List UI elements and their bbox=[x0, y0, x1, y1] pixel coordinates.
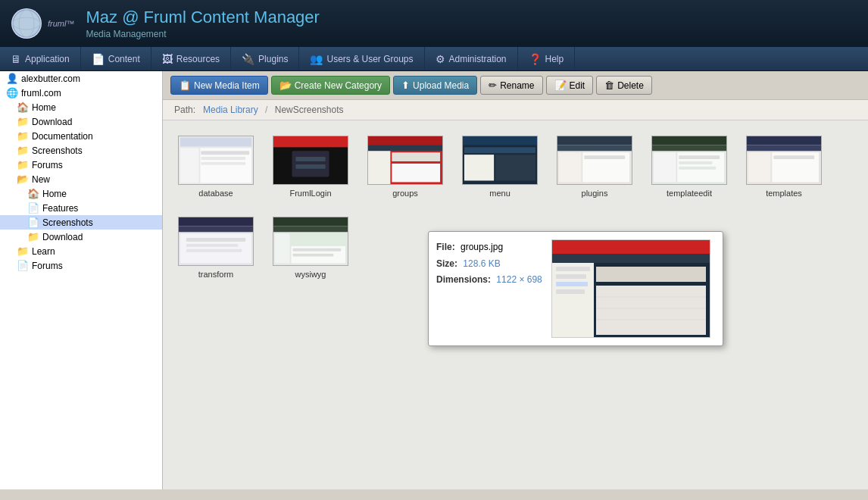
toolbar: 📋New Media Item📂Create New Category⬆Uplo… bbox=[163, 71, 868, 100]
nav-icon-resources: 🖼 bbox=[162, 53, 173, 65]
media-thumb-frumlogin bbox=[273, 136, 348, 185]
svg-rect-55 bbox=[273, 226, 348, 232]
media-item-database[interactable]: database bbox=[174, 132, 258, 202]
media-item-transform[interactable]: transform bbox=[174, 213, 258, 283]
media-item-groups[interactable]: groups bbox=[364, 132, 447, 202]
svg-rect-60 bbox=[292, 254, 333, 257]
svg-rect-48 bbox=[179, 226, 253, 232]
nav-item-users[interactable]: 👥Users & User Groups bbox=[299, 47, 424, 70]
logo-name: fruml™ bbox=[48, 19, 74, 28]
sidebar-item-documentation[interactable]: 📁Documentation bbox=[0, 129, 162, 143]
btn-edit[interactable]: 📝Edit bbox=[546, 76, 594, 95]
btn-new-media[interactable]: 📋New Media Item bbox=[170, 76, 268, 95]
sidebar-item-download[interactable]: 📁Download bbox=[0, 114, 162, 129]
sidebar-item-forums[interactable]: 📁Forums bbox=[0, 158, 162, 172]
btn-upload[interactable]: ⬆Upload Media bbox=[393, 76, 477, 95]
sidebar-item-fruml[interactable]: 🌐fruml.com bbox=[0, 86, 162, 100]
sidebar-item-new-screenshots[interactable]: 📄Screenshots bbox=[0, 215, 162, 230]
media-item-menu[interactable]: menu bbox=[458, 132, 542, 202]
svg-rect-42 bbox=[747, 145, 821, 151]
nav-label-application: Application bbox=[25, 54, 70, 64]
sidebar-item-new[interactable]: 📂New bbox=[0, 172, 162, 186]
sidebar-label-new-screenshots: Screenshots bbox=[42, 217, 93, 228]
header-title: Maz @ Fruml Content Manager Media Manage… bbox=[86, 8, 319, 39]
media-item-wysiwyg[interactable]: wysiwyg bbox=[269, 213, 352, 283]
nav-icon-content: 📄 bbox=[92, 53, 105, 65]
logo: fruml™ bbox=[11, 8, 74, 39]
sidebar-label-new-home: Home bbox=[42, 189, 67, 199]
sidebar: 👤alexbutter.com🌐fruml.com🏠Home📁Download📁… bbox=[0, 71, 163, 489]
svg-rect-66 bbox=[596, 286, 706, 335]
svg-rect-64 bbox=[552, 263, 594, 338]
sidebar-item-home[interactable]: 🏠Home bbox=[0, 100, 162, 114]
sidebar-icon-forums: 📁 bbox=[17, 159, 29, 170]
nav-label-administration: Administration bbox=[449, 54, 507, 64]
sidebar-item-screenshots[interactable]: 📁Screenshots bbox=[0, 143, 162, 158]
svg-rect-59 bbox=[292, 248, 341, 252]
title-at: @ bbox=[122, 8, 143, 27]
nav-label-content: Content bbox=[108, 54, 140, 64]
media-item-frumlogin[interactable]: FrumlLogin bbox=[269, 132, 352, 202]
sidebar-item-alexbutter[interactable]: 👤alexbutter.com bbox=[0, 71, 162, 86]
media-thumb-templates bbox=[746, 136, 822, 185]
svg-rect-17 bbox=[368, 145, 442, 151]
sidebar-item-forums2[interactable]: 📄Forums bbox=[0, 258, 162, 273]
sidebar-label-download: Download bbox=[32, 117, 72, 127]
media-item-plugins[interactable]: plugins bbox=[553, 132, 636, 202]
svg-rect-65 bbox=[596, 267, 706, 282]
sidebar-icon-alexbutter: 👤 bbox=[6, 73, 18, 84]
breadcrumb-prefix: Path: bbox=[174, 105, 195, 115]
sidebar-label-new: New bbox=[32, 174, 50, 185]
sidebar-icon-download: 📁 bbox=[17, 116, 29, 127]
btn-rename[interactable]: ✏Rename bbox=[480, 76, 542, 95]
sidebar-label-screenshots: Screenshots bbox=[32, 145, 83, 156]
breadcrumb-link-media-library[interactable]: Media Library bbox=[203, 105, 258, 115]
nav-item-resources[interactable]: 🖼Resources bbox=[151, 47, 231, 70]
svg-rect-45 bbox=[773, 155, 814, 159]
media-label-templates: templates bbox=[766, 189, 802, 198]
svg-rect-47 bbox=[179, 217, 253, 227]
media-thumb-wysiwyg bbox=[273, 217, 348, 266]
svg-rect-57 bbox=[292, 233, 346, 245]
svg-rect-12 bbox=[292, 151, 329, 177]
svg-rect-31 bbox=[584, 155, 625, 159]
nav-item-plugins[interactable]: 🔌Plugins bbox=[231, 47, 299, 70]
nav-item-administration[interactable]: ⚙Administration bbox=[425, 47, 518, 70]
sidebar-label-fruml: fruml.com bbox=[21, 88, 61, 98]
svg-rect-8 bbox=[201, 157, 245, 160]
nav-icon-administration: ⚙ bbox=[436, 53, 445, 65]
sidebar-item-new-home[interactable]: 🏠Home bbox=[0, 186, 162, 201]
btn-label-new-category: Create New Category bbox=[295, 80, 382, 91]
media-label-templateedit: templateedit bbox=[667, 189, 712, 198]
svg-rect-49 bbox=[180, 233, 251, 263]
svg-rect-7 bbox=[201, 151, 249, 155]
nav-label-help: Help bbox=[545, 54, 564, 64]
btn-label-new-media: New Media Item bbox=[194, 80, 260, 91]
media-item-templates[interactable]: templates bbox=[742, 132, 826, 202]
media-label-menu: menu bbox=[489, 189, 510, 198]
sidebar-icon-new-features: 📄 bbox=[27, 202, 39, 214]
btn-new-category[interactable]: 📂Create New Category bbox=[271, 76, 390, 95]
svg-rect-35 bbox=[654, 152, 676, 182]
sidebar-item-new-download[interactable]: 📁Download bbox=[0, 230, 162, 244]
svg-point-0 bbox=[13, 10, 40, 37]
sidebar-item-new-features[interactable]: 📄Features bbox=[0, 201, 162, 215]
nav-item-application[interactable]: 🖥Application bbox=[0, 47, 81, 70]
svg-rect-73 bbox=[556, 289, 585, 294]
file-value: groups.jpg bbox=[461, 242, 503, 252]
svg-rect-72 bbox=[556, 282, 588, 286]
sidebar-item-learn[interactable]: 📁Learn bbox=[0, 244, 162, 258]
nav-item-help[interactable]: ❓Help bbox=[518, 47, 576, 70]
svg-rect-37 bbox=[679, 155, 720, 159]
breadcrumb-sep: / bbox=[265, 105, 267, 115]
media-item-templateedit[interactable]: templateedit bbox=[648, 132, 731, 202]
btn-delete[interactable]: 🗑Delete bbox=[596, 76, 652, 95]
nav-item-content[interactable]: 📄Content bbox=[81, 47, 151, 70]
svg-rect-4 bbox=[180, 138, 251, 147]
media-label-database: database bbox=[198, 189, 233, 198]
svg-rect-62 bbox=[552, 240, 710, 254]
sidebar-label-learn: Learn bbox=[32, 246, 55, 257]
svg-rect-11 bbox=[273, 136, 348, 148]
size-value: 128.6 KB bbox=[463, 258, 500, 269]
sidebar-label-new-features: Features bbox=[42, 203, 78, 214]
